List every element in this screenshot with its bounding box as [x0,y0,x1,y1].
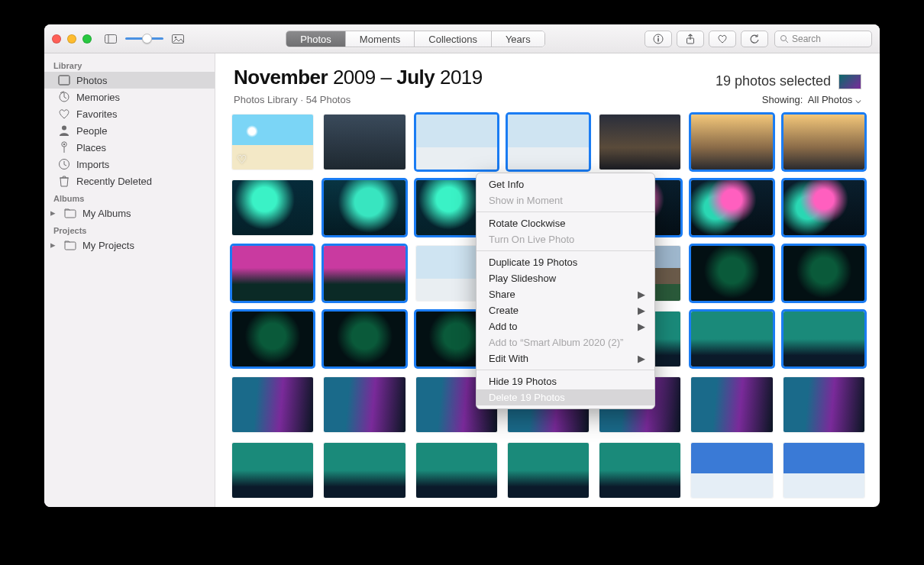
photo-thumbnail[interactable] [691,180,772,235]
sidebar-item-places[interactable]: Places [44,139,215,156]
menu-item-label: Turn On Live Photo [489,234,574,245]
zoom-slider[interactable] [125,37,163,40]
svg-point-13 [62,126,66,131]
photo-thumbnail[interactable] [416,443,497,498]
favorite-button[interactable] [709,31,736,47]
menu-item-label: Show in Moment [489,195,563,206]
photo-thumbnail[interactable] [324,180,405,235]
sidebar-toggle-icon[interactable] [102,31,119,47]
svg-rect-10 [59,76,69,85]
heart-icon [58,108,70,120]
sidebar-item-label: My Projects [82,240,134,251]
sidebar-item-label: Imports [76,159,109,170]
view-segmented-control: PhotosMomentsCollectionsYears [286,31,544,47]
photo-thumbnail[interactable] [783,246,864,301]
menu-item-label: Hide 19 Photos [489,376,557,387]
sidebar-item-imports[interactable]: Imports [44,156,215,173]
sidebar-item-my-projects[interactable]: ▸My Projects [44,237,215,253]
sidebar-item-favorites[interactable]: Favorites [44,105,215,122]
rotate-button[interactable] [741,31,768,47]
photo-thumbnail[interactable] [232,443,313,498]
sidebar-item-recently-deleted[interactable]: Recently Deleted [44,173,215,189]
photo-thumbnail[interactable] [324,443,405,498]
photo-thumbnail[interactable] [324,246,405,301]
sidebar-item-my-albums[interactable]: ▸My Albums [44,205,215,221]
photo-thumbnail[interactable] [783,115,864,170]
minimize-button[interactable] [67,34,76,44]
sidebar-item-photos[interactable]: Photos [44,72,215,89]
search-placeholder: Search [792,34,821,44]
person-icon [58,124,70,137]
photo-thumbnail[interactable]: ♡ [232,115,313,170]
view-tab-moments[interactable]: Moments [346,31,415,47]
close-button[interactable] [52,34,61,44]
photo-thumbnail[interactable] [691,115,772,170]
photo-thumbnail[interactable] [599,115,680,170]
menu-item-duplicate-19-photos[interactable]: Duplicate 19 Photos [477,254,654,270]
disclosure-triangle-icon[interactable]: ▸ [50,207,58,218]
menu-item-show-in-moment: Show in Moment [477,192,654,208]
menu-item-rotate-clockwise[interactable]: Rotate Clockwise [477,215,654,231]
zoom-button[interactable] [82,34,92,44]
photo-thumbnail[interactable] [691,246,772,301]
photo-thumbnail[interactable] [508,115,589,170]
photo-thumbnail[interactable] [783,180,864,235]
trash-icon [58,175,70,187]
sidebar-item-people[interactable]: People [44,122,215,139]
menu-item-edit-with[interactable]: Edit With▶ [477,350,654,366]
photo-thumbnail[interactable] [783,312,864,366]
favorite-badge-icon: ♡ [237,153,247,166]
content-subheader: Photos Library · 54 Photos Showing: All … [215,92,880,110]
svg-point-5 [657,36,659,37]
view-tab-collections[interactable]: Collections [415,31,492,47]
photo-thumbnail[interactable] [416,115,497,170]
menu-separator [477,211,654,212]
folder-icon [64,207,76,219]
info-button[interactable] [645,31,672,47]
sidebar-section-header: Library [44,56,215,72]
sidebar-item-memories[interactable]: Memories [44,89,215,105]
photo-thumbnail[interactable] [232,312,313,366]
photo-thumbnail[interactable] [324,115,405,170]
photo-thumbnail[interactable] [783,443,864,498]
menu-item-play-slideshow[interactable]: Play Slideshow [477,270,654,286]
submenu-arrow-icon: ▶ [638,305,645,316]
date-range-title: November 2009 – July 2019 [234,66,483,89]
photo-thumbnail[interactable] [599,443,680,498]
context-menu: Get InfoShow in MomentRotate ClockwiseTu… [476,173,655,409]
search-field[interactable]: Search [774,31,872,47]
thumbnail-size-icon[interactable] [170,31,186,47]
menu-separator [477,250,654,251]
svg-line-9 [786,40,788,43]
view-tab-years[interactable]: Years [492,31,544,47]
photo-thumbnail[interactable] [508,443,589,498]
menu-item-get-info[interactable]: Get Info [477,176,654,192]
memories-icon [58,91,70,103]
svg-rect-0 [105,34,117,43]
photo-thumbnail[interactable] [324,377,405,432]
selection-count: 19 photos selected [716,73,861,89]
menu-item-add-to[interactable]: Add to▶ [477,318,654,334]
photo-thumbnail[interactable] [691,312,772,366]
photo-thumbnail[interactable] [691,377,772,432]
showing-filter[interactable]: Showing: All Photos ⌵ [762,94,861,105]
photo-thumbnail[interactable] [783,377,864,432]
library-subtitle: Photos Library · 54 Photos [234,94,351,105]
menu-item-hide-19-photos[interactable]: Hide 19 Photos [477,373,654,389]
photo-thumbnail[interactable] [232,246,313,301]
menu-item-create[interactable]: Create▶ [477,302,654,318]
disclosure-triangle-icon[interactable]: ▸ [50,239,58,250]
view-tab-photos[interactable]: Photos [286,31,345,47]
menu-item-label: Delete 19 Photos [489,392,565,403]
share-button[interactable] [677,31,704,47]
photo-thumbnail[interactable] [232,180,313,235]
menu-item-delete-19-photos[interactable]: Delete 19 Photos [477,389,654,405]
toolbar-actions [645,31,768,47]
menu-item-share[interactable]: Share▶ [477,286,654,302]
submenu-arrow-icon: ▶ [638,321,645,332]
photo-thumbnail[interactable] [232,377,313,432]
svg-rect-19 [65,242,76,250]
photo-thumbnail[interactable] [324,312,405,366]
menu-item-label: Edit With [489,353,528,364]
photo-thumbnail[interactable] [691,443,772,498]
